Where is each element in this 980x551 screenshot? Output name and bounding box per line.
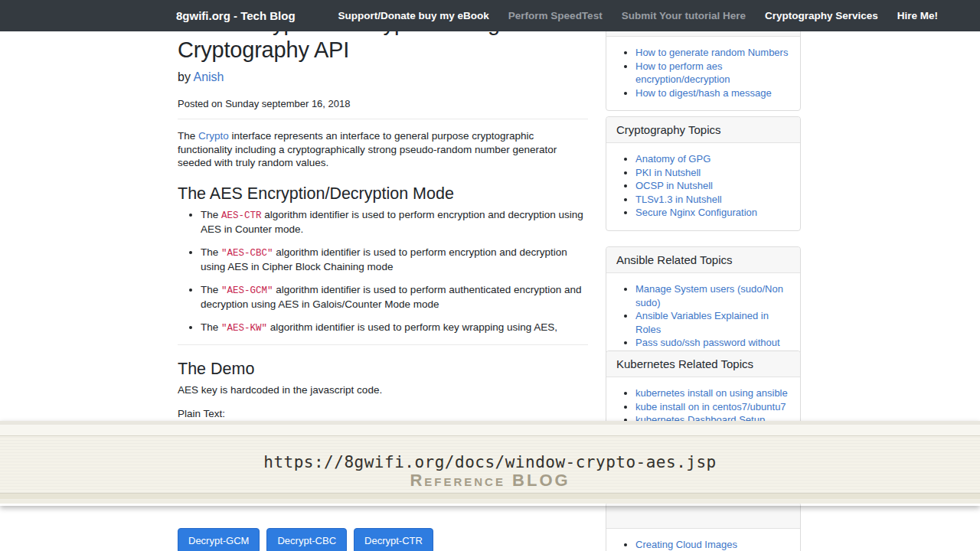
author-link[interactable]: Anish: [193, 70, 224, 83]
sidebar-link[interactable]: OCSP in Nutshell: [635, 180, 713, 191]
byline: by Anish: [178, 70, 588, 84]
decrypt-gcm-button[interactable]: Decrypt-GCM: [178, 528, 260, 551]
list-item: Anatomy of GPG: [635, 152, 791, 166]
bullet-pre: The: [201, 209, 221, 220]
list-item: The "AES-CBC" algorithm identifier is us…: [201, 246, 588, 274]
divider: [178, 119, 588, 119]
sidebar-link[interactable]: How to perform aes encryption/decryption: [635, 60, 730, 86]
posted-date: Posted on Sunday september 16, 2018: [178, 98, 588, 109]
card-body: Anatomy of GPG PKI in Nutshell OCSP in N…: [606, 143, 800, 230]
algo-code: "AES-KW": [221, 323, 267, 334]
mode-heading: The AES Encryption/Decryption Mode: [178, 184, 588, 204]
divider: [178, 344, 588, 345]
sidebar-card-cloud: Creating Cloud Images Image: Adding Upda…: [606, 502, 801, 551]
link-list: Creating Cloud Images Image: Adding Upda…: [616, 538, 791, 551]
list-item: How to perform aes encryption/decryption: [635, 60, 791, 86]
byline-prefix: by: [178, 70, 193, 83]
crypto-link[interactable]: Crypto: [198, 130, 229, 142]
reference-banner: https://8gwifi.org/docs/window-crypto-ae…: [0, 421, 980, 506]
algo-code: AES-CTR: [221, 210, 262, 221]
intro-pre: The: [178, 130, 198, 142]
nav-item-crypto-services[interactable]: Cryptography Services: [765, 10, 878, 21]
list-item: PKI in Nutshell: [635, 166, 791, 180]
list-item: Secure Nginx Configuration: [635, 206, 791, 220]
sidebar-link[interactable]: Manage System users (sudo/Non sudo): [635, 283, 783, 308]
bullet-pre: The: [201, 284, 221, 295]
sidebar-link[interactable]: TLSv1.3 in Nutshell: [635, 194, 722, 205]
sidebar-link[interactable]: kube install on in centos7/ubuntu7: [635, 401, 786, 412]
mode-list: The AES-CTR algorithm identifier is used…: [178, 208, 588, 336]
top-navbar: 8gwifi.org - Tech Blog Support/Donate bu…: [0, 0, 980, 31]
list-item: Manage System users (sudo/Non sudo): [635, 282, 791, 309]
decrypt-ctr-button[interactable]: Decrypt-CTR: [354, 528, 433, 551]
navbar-menu: Support/Donate buy my eBook Perform Spee…: [338, 10, 938, 21]
bullet-pre: The: [201, 321, 221, 333]
banner-body: https://8gwifi.org/docs/window-crypto-ae…: [0, 436, 980, 494]
sidebar-card-cryptography: Cryptography Topics Anatomy of GPG PKI i…: [606, 116, 801, 231]
card-header: Kubernetes Related Topics: [606, 351, 800, 377]
nav-item-speedtest[interactable]: Perform SpeedTest: [508, 10, 603, 21]
algo-code: "AES-GCM": [221, 285, 273, 296]
link-list: How to generate random Numbers How to pe…: [616, 46, 791, 99]
card-body: Creating Cloud Images Image: Adding Upda…: [606, 529, 800, 551]
banner-strip-bottom: [0, 494, 980, 500]
sidebar-link[interactable]: How to digest/hash a message: [635, 87, 772, 99]
list-item: kubernetes install on using ansible: [635, 386, 791, 400]
sidebar-link[interactable]: Anatomy of GPG: [635, 153, 710, 165]
card-body: How to generate random Numbers How to pe…: [606, 37, 800, 110]
card-header: [606, 503, 800, 529]
list-item: kube install on in centos7/ubuntu7: [635, 400, 791, 414]
demo-heading: The Demo: [178, 359, 588, 379]
algo-code: "AES-CBC": [221, 248, 273, 259]
card-header: Ansible Related Topics: [606, 247, 800, 273]
list-item: TLSv1.3 in Nutshell: [635, 193, 791, 207]
list-item: How to digest/hash a message: [635, 86, 791, 100]
nav-item-support-donate[interactable]: Support/Donate buy my eBook: [338, 10, 489, 21]
banner-strip-top: [0, 425, 980, 436]
banner-edge-bottom: [0, 500, 980, 504]
decrypt-cbc-button[interactable]: Decrypt-CBC: [266, 528, 347, 551]
sidebar-link[interactable]: Ansible Variables Explained in Roles: [635, 310, 769, 335]
banner-url: https://8gwifi.org/docs/window-crypto-ae…: [263, 453, 716, 471]
navbar-brand[interactable]: 8gwifi.org - Tech Blog: [176, 9, 296, 22]
list-item: Creating Cloud Images: [635, 538, 791, 551]
nav-item-submit-tutorial[interactable]: Submit Your tutorial Here: [622, 10, 746, 21]
intro-post: interface represents an interface to gen…: [178, 130, 557, 168]
link-list: Anatomy of GPG PKI in Nutshell OCSP in N…: [616, 152, 791, 220]
sidebar-link[interactable]: kubernetes install on using ansible: [635, 387, 788, 399]
list-item: The "AES-KW" algorithm identifier is use…: [201, 321, 588, 336]
sidebar-link[interactable]: Creating Cloud Images: [635, 539, 737, 550]
intro-paragraph: The Crypto interface represents an inter…: [178, 129, 588, 170]
decrypt-button-row: Decrypt-GCM Decrypt-CBC Decrypt-CTR: [178, 528, 588, 551]
bullet-pre: The: [201, 246, 221, 258]
list-item: Ansible Variables Explained in Roles: [635, 309, 791, 336]
card-header: Cryptography Topics: [606, 117, 800, 143]
nav-item-hire-me[interactable]: Hire Me!: [897, 10, 938, 21]
bullet-post: algorithm identifier is used to perform …: [267, 321, 557, 333]
list-item: The "AES-GCM" algorithm identifier is us…: [201, 283, 588, 311]
list-item: OCSP in Nutshell: [635, 179, 791, 193]
sidebar-link[interactable]: Secure Nginx Configuration: [635, 207, 757, 218]
plain-text-label: Plain Text:: [178, 408, 588, 419]
list-item: How to generate random Numbers: [635, 46, 791, 60]
list-item: The AES-CTR algorithm identifier is used…: [201, 208, 588, 236]
banner-caption: Reference BLOG: [410, 471, 570, 489]
demo-note: AES key is hardcoded in the javascript c…: [178, 383, 588, 397]
sidebar-link[interactable]: PKI in Nutshell: [635, 167, 701, 178]
sidebar-link[interactable]: How to generate random Numbers: [635, 47, 788, 58]
